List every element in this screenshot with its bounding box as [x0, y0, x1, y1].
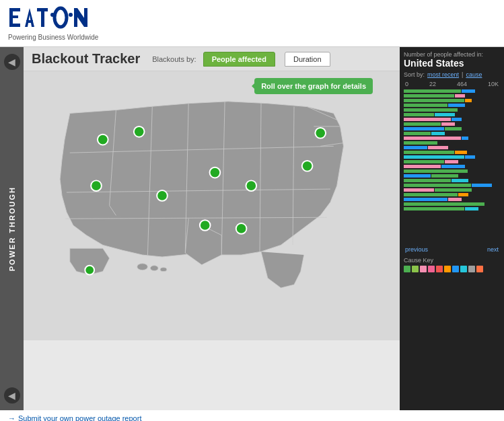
svg-point-10 [69, 13, 73, 17]
header: Powering Business Worldwide [0, 0, 504, 47]
map-pin-southeast [236, 223, 247, 234]
map-pin-west [91, 180, 102, 191]
map-tooltip: Roll over the graph for details [254, 78, 373, 94]
map-pin-midwest2 [246, 180, 256, 191]
sidebar-arrow-bottom[interactable]: ◀ [4, 387, 20, 404]
swatch-hotpink [428, 266, 435, 272]
map-pin-northwest [98, 135, 108, 145]
pipe-separator: | [462, 71, 463, 78]
us-map[interactable] [30, 78, 360, 307]
sort-by-label: Sort by: [404, 71, 425, 78]
svg-rect-7 [41, 8, 44, 27]
sidebar: ◀ Power Through ◀ [0, 47, 24, 410]
footer: → Submit your own power outage report → … [0, 410, 504, 421]
chart-next[interactable]: next [487, 246, 499, 253]
country-name: United States [404, 58, 500, 69]
tab-people-affected[interactable]: People affected [203, 52, 275, 67]
scale-0: 0 [405, 81, 408, 87]
swatch-teal [460, 266, 467, 272]
submit-report-link[interactable]: Submit your own power outage report [18, 414, 141, 421]
map-pin-midatlantic [302, 161, 313, 171]
main-container: ◀ Power Through ◀ Blackout Tracker Black… [0, 47, 504, 410]
cause-key-label: Cause Key [404, 257, 500, 264]
svg-rect-5 [26, 20, 33, 23]
tab-duration[interactable]: Duration [285, 52, 330, 67]
most-recent-sort[interactable]: most recent [427, 71, 459, 78]
right-panel-header: Number of people affected in: United Sta… [404, 51, 500, 69]
cause-sort[interactable]: cause [466, 71, 482, 78]
svg-marker-4 [25, 8, 34, 27]
map-pin-central [157, 190, 168, 201]
chart-nav: previous next [404, 246, 500, 253]
right-panel: Number of people affected in: United Sta… [400, 47, 504, 410]
svg-rect-2 [9, 15, 18, 18]
title-bar: Blackout Tracker Blackouts by: People af… [24, 47, 400, 71]
map-area: Roll over the graph for details [24, 71, 400, 340]
swatch-deeporange [476, 266, 483, 272]
map-pin-alaska [85, 266, 94, 275]
center-content: Blackout Tracker Blackouts by: People af… [24, 47, 400, 410]
bar-chart [404, 89, 500, 243]
logo-box [8, 5, 98, 32]
swatch-blue [452, 266, 459, 272]
eaton-logo [8, 5, 89, 32]
page-title: Blackout Tracker [32, 51, 140, 67]
scale-10k: 10K [488, 81, 499, 87]
cause-key: Cause Key [404, 257, 500, 272]
svg-point-27 [137, 264, 148, 270]
blackouts-by-label: Blackouts by: [152, 55, 196, 63]
svg-rect-3 [9, 24, 20, 27]
map-pin-northeast [315, 128, 326, 139]
svg-point-29 [160, 268, 167, 272]
scale-row: 0 22 464 10K [404, 81, 500, 87]
cause-key-swatches [404, 266, 500, 272]
scale-464: 464 [457, 81, 467, 87]
sidebar-arrow-top[interactable]: ◀ [4, 54, 20, 70]
svg-point-9 [55, 8, 67, 27]
arrow-bullet-1: → [8, 414, 15, 421]
swatch-gray [468, 266, 475, 272]
swatch-lightgreen [412, 266, 419, 272]
logo-area: Powering Business Worldwide [8, 5, 98, 41]
map-pin-south [200, 220, 211, 231]
swatch-orange [444, 266, 451, 272]
map-pin-midwest [210, 167, 221, 178]
logo-tagline: Powering Business Worldwide [8, 34, 98, 41]
footer-row-1: → Submit your own power outage report [8, 414, 496, 421]
scale-22: 22 [429, 81, 436, 87]
svg-rect-1 [9, 8, 20, 11]
sidebar-text: Power Through [8, 186, 16, 271]
chart-prev[interactable]: previous [405, 246, 428, 253]
map-pin-nw2 [134, 126, 145, 137]
sort-row: Sort by: most recent | cause [404, 71, 500, 78]
svg-point-28 [150, 266, 158, 271]
affected-subtitle: Number of people affected in: [404, 51, 500, 58]
swatch-green [404, 266, 410, 272]
swatch-red [436, 266, 443, 272]
swatch-pink [420, 266, 427, 272]
